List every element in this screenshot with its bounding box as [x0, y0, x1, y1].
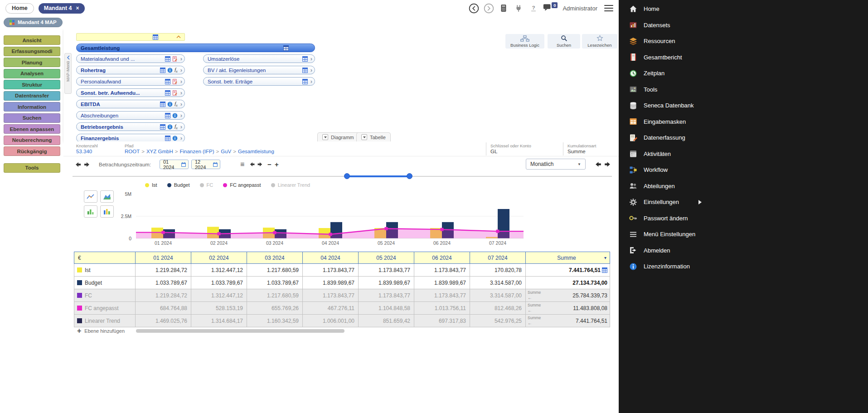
cell-value[interactable]: 1.219.284,72 — [136, 289, 191, 302]
cell-value[interactable]: 1.013.756,11 — [414, 302, 470, 315]
legend-item-fc[interactable]: FC — [200, 182, 213, 188]
cell-value[interactable]: 467.276,11 — [303, 302, 359, 315]
cell-value[interactable]: 1.033.789,67 — [247, 277, 303, 289]
period-to-input[interactable]: 12 2024 — [191, 160, 220, 169]
line-chart-button[interactable] — [84, 190, 97, 203]
legend-item-ist[interactable]: Ist — [145, 182, 157, 188]
menu-item-zeitplan[interactable]: Zeitplan — [619, 65, 868, 82]
chevron-down-icon[interactable] — [322, 134, 328, 140]
map-node-gesamtleistung[interactable]: Gesamtleistung — [76, 44, 315, 52]
forward-icon[interactable] — [483, 3, 494, 14]
slider-track[interactable] — [73, 176, 612, 177]
menu-item-workflow[interactable]: Workflow — [619, 162, 868, 178]
table-header-02-2024[interactable]: 02 2024 — [191, 252, 247, 264]
cell-value[interactable]: 1.839.989,67 — [303, 277, 359, 289]
cell-value[interactable]: 528.153,19 — [191, 302, 247, 315]
close-tab-icon[interactable]: × — [76, 5, 79, 11]
map-node-materialaufwand-und[interactable]: Materialaufwand und ...› — [76, 54, 185, 63]
table-header-01-2024[interactable]: 01 2024 — [136, 252, 191, 264]
menu-item-seneca-datenbank[interactable]: Seneca Datenbank — [619, 97, 868, 114]
table-header-summe[interactable]: Summe▾ — [526, 252, 610, 264]
expand-chevron-icon[interactable]: › — [180, 56, 182, 62]
menu-item-datenerfassung[interactable]: Datenerfassung — [619, 130, 868, 146]
cell-value[interactable]: 1.033.789,67 — [191, 277, 247, 289]
cell-value[interactable]: 1.033.789,67 — [136, 277, 191, 289]
map-tab[interactable]: Mandant 4 MAP — [4, 18, 63, 27]
tabelle-toggle[interactable]: Tabelle — [356, 132, 391, 141]
cell-value[interactable]: 655.769,26 — [247, 302, 303, 315]
chevron-down-icon[interactable] — [361, 134, 367, 140]
expand-chevron-icon[interactable]: › — [310, 67, 312, 73]
table-header-04-2024[interactable]: 04 2024 — [303, 252, 359, 264]
period-from-input[interactable]: 01 2024 — [160, 160, 189, 169]
row-label-linearer-trend[interactable]: Linearer Trend — [74, 315, 136, 327]
sum-cell-linearer-trend[interactable]: Summe←7.441.764,51 — [526, 315, 610, 327]
legend-item-linearer-trend[interactable]: Linearer Trend — [271, 182, 310, 188]
horizontal-scrollbar[interactable] — [136, 329, 344, 333]
path-segment-root[interactable]: ROOT — [125, 149, 140, 154]
cell-value[interactable]: 812.468,26 — [470, 302, 526, 315]
map-node-sonst-betr-aufwendu[interactable]: Sonst. betr. Aufwendu...› — [76, 88, 185, 97]
legend-item-fc-angepasst[interactable]: FC angepasst — [223, 182, 261, 188]
sidebar-button-ebenen-anpassen[interactable]: Ebenen anpassen — [4, 124, 60, 134]
cell-value[interactable]: 1.312.447,12 — [191, 264, 247, 277]
cell-value[interactable]: 1.469.025,76 — [136, 315, 191, 327]
table-header-06-2024[interactable]: 06 2024 — [414, 252, 470, 264]
expand-chevron-icon[interactable]: › — [310, 78, 312, 84]
granularity-select[interactable]: Monatlich ▼ — [526, 159, 586, 170]
knotenzahl-value[interactable]: 53.340 — [76, 149, 92, 154]
table-icon[interactable] — [602, 267, 607, 273]
cell-value[interactable]: 1.173.843,77 — [414, 264, 470, 277]
table-icon[interactable] — [153, 34, 158, 40]
business-logic-button[interactable]: Business Logic — [505, 34, 544, 49]
chart-plot[interactable] — [136, 194, 524, 238]
calendar-icon[interactable] — [181, 162, 186, 167]
menu-item-lizenzinformation[interactable]: Lizenzinformation — [619, 258, 868, 275]
add-level-button[interactable]: + Ebene hinzufügen — [77, 327, 125, 335]
list-icon[interactable]: ≡ — [240, 157, 244, 172]
pan-arrows-icon[interactable] — [249, 157, 263, 172]
sidebar-button-information[interactable]: Information — [4, 102, 60, 112]
client-tab[interactable]: Mandant 4 × — [39, 3, 85, 14]
sidebar-button-suchen[interactable]: Suchen — [4, 113, 60, 123]
map-node-betriebsergebnis[interactable]: Betriebsergebnisfx› — [76, 122, 185, 131]
cell-value[interactable]: 697.317,83 — [414, 315, 470, 327]
map-node-ebitda[interactable]: EBITDAfx› — [76, 100, 185, 108]
expand-chevron-icon[interactable]: › — [180, 78, 182, 84]
plugin-icon[interactable] — [513, 3, 524, 14]
slider-selection[interactable] — [347, 175, 409, 177]
map-node-rohertrag[interactable]: Rohertragfx› — [76, 66, 185, 74]
sidebar-button-analysen[interactable]: Analysen — [4, 69, 60, 78]
map-group-header[interactable] — [76, 33, 185, 41]
zoom-out-button[interactable]: − — [267, 157, 272, 172]
calculator-icon[interactable] — [498, 3, 509, 14]
cell-value[interactable]: 1.006.001,00 — [303, 315, 359, 327]
map-node-finanzergebnis[interactable]: Finanzergebnis› — [76, 134, 185, 141]
map-node-umsatzerlöse[interactable]: Umsatzerlöse› — [203, 54, 315, 63]
cell-value[interactable]: 851.659,42 — [359, 315, 414, 327]
path-segment-guv[interactable]: GuV — [221, 149, 231, 154]
time-range-slider[interactable] — [73, 173, 612, 180]
calendar-icon[interactable] — [213, 162, 218, 167]
period-shift-icon[interactable] — [595, 157, 611, 172]
cell-value[interactable]: 1.160.342,59 — [247, 315, 303, 327]
path-segment-gesamtleistung[interactable]: Gesamtleistung — [238, 149, 274, 154]
sidebar-button-planung[interactable]: Planung — [4, 58, 60, 67]
period-back-forward-icon[interactable] — [75, 157, 90, 172]
sum-cell-ist[interactable]: 7.441.764,51 — [526, 264, 610, 277]
sidebar-button-neuberechnung[interactable]: Neuberechnung — [4, 136, 60, 145]
menu-item-passwort-ändern[interactable]: Passwort ändern — [619, 210, 868, 227]
diagramm-toggle[interactable]: Diagramm — [317, 132, 359, 141]
menu-item-gesamtbericht[interactable]: Gesamtbericht — [619, 49, 868, 66]
bookmark-button[interactable]: Lesezeichen — [582, 34, 617, 49]
home-button[interactable]: Home — [5, 3, 34, 14]
cell-value[interactable]: 542.976,25 — [470, 315, 526, 327]
menu-item-abmelden[interactable]: Abmelden — [619, 243, 868, 259]
cell-value[interactable]: 1.839.989,67 — [359, 277, 414, 289]
sidebar-button-rückgängig[interactable]: Rückgängig — [4, 146, 60, 156]
expand-chevron-icon[interactable]: › — [310, 56, 312, 62]
user-name[interactable]: Administrator — [563, 5, 597, 12]
cell-value[interactable]: 1.173.843,77 — [359, 264, 414, 277]
path-segment-finanzen-ifp[interactable]: Finanzen (IFP) — [179, 149, 214, 154]
expand-chevron-icon[interactable]: › — [180, 124, 182, 130]
